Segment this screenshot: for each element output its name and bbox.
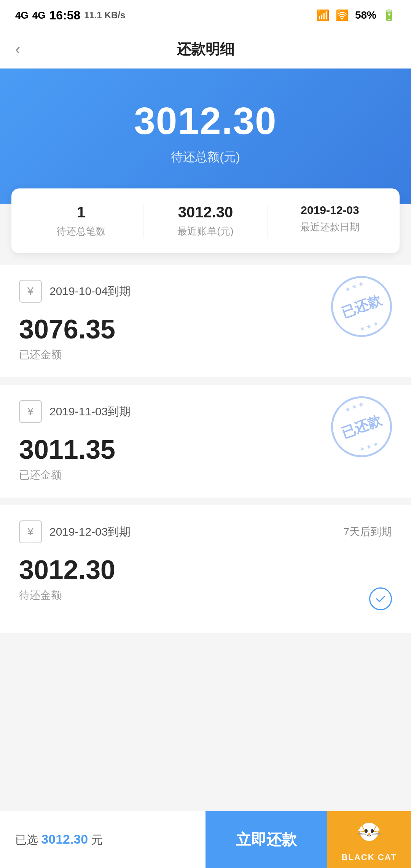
brand-name: BLACK CAT	[342, 852, 397, 862]
item-2-header-left: ¥ 2019-11-03到期	[19, 400, 131, 423]
due-date-label: 最近还款日期	[268, 220, 392, 234]
total-amount: 3012.30	[15, 99, 396, 143]
payment-item-2[interactable]: ¥ 2019-11-03到期 ★ ★ ★ 已还款 ★ ★ ★ 3011.35 已…	[0, 385, 411, 498]
summary-due-date: 2019-12-03 最近还款日期	[268, 204, 392, 238]
selected-label: 已选	[15, 833, 38, 846]
pay-now-button[interactable]: 立即还款	[206, 811, 327, 868]
nav-bar: ‹ 还款明细	[0, 30, 411, 69]
yuan-icon-3: ¥	[19, 520, 42, 543]
status-left: 4G 4G 16:58 11.1 KB/s	[15, 8, 125, 22]
item-3-date: 2019-12-03到期	[49, 524, 131, 540]
signal-4g-1: 4G	[15, 10, 29, 21]
stamp-text-1: 已还款	[339, 292, 384, 321]
item-3-header-left: ¥ 2019-12-03到期	[19, 520, 131, 543]
brand-area: BLACK CAT	[327, 811, 411, 868]
cat-icon	[356, 817, 382, 849]
paid-stamp-1: ★ ★ ★ 已还款 ★ ★ ★	[331, 276, 392, 337]
summary-pending-count: 1 待还总笔数	[19, 204, 143, 238]
item-3-amount-label: 待还金额	[19, 588, 392, 603]
payment-item-1[interactable]: ¥ 2019-10-04到期 ★ ★ ★ 已还款 ★ ★ ★ 3076.35 已…	[0, 265, 411, 377]
payment-item-3[interactable]: ¥ 2019-12-03到期 7天后到期 3012.30 待还金额	[0, 505, 411, 633]
back-button[interactable]: ‹	[15, 41, 20, 58]
item-1-header-left: ¥ 2019-10-04到期	[19, 280, 131, 303]
item-2-date: 2019-11-03到期	[49, 404, 131, 420]
due-date-value: 2019-12-03	[268, 204, 392, 217]
pending-count-value: 1	[19, 204, 143, 221]
summary-card: 1 待还总笔数 3012.30 最近账单(元) 2019-12-03 最近还款日…	[11, 188, 400, 253]
wifi-icon: 🛜	[336, 9, 349, 22]
yuan-icon-1: ¥	[19, 280, 42, 303]
item-1-amount-label: 已还金额	[19, 348, 392, 362]
signal-4g-2: 4G	[32, 10, 46, 21]
item-3-header: ¥ 2019-12-03到期 7天后到期	[19, 520, 392, 543]
svg-point-3	[365, 829, 368, 833]
item-2-amount-label: 已还金额	[19, 468, 392, 482]
svg-point-0	[360, 822, 379, 841]
svg-point-4	[371, 829, 374, 833]
item-3-tag: 7天后到期	[343, 525, 392, 539]
svg-point-5	[368, 833, 370, 835]
stamp-text-2: 已还款	[339, 412, 384, 442]
selected-currency: 元	[91, 833, 103, 846]
select-check-icon[interactable]	[369, 587, 392, 610]
pending-count-label: 待还总笔数	[19, 225, 143, 238]
status-bar: 4G 4G 16:58 11.1 KB/s 📶 🛜 58% 🔋	[0, 0, 411, 30]
total-amount-label: 待还总额(元)	[15, 149, 396, 166]
bottom-selected-info: 已选 3012.30 元	[0, 832, 206, 848]
recent-bill-value: 3012.30	[143, 204, 268, 221]
battery: 58%	[355, 9, 376, 21]
status-right: 📶 🛜 58% 🔋	[316, 9, 396, 22]
page-title: 还款明细	[177, 40, 234, 59]
bluetooth-icon: 📶	[316, 9, 330, 22]
network-speed: 11.1 KB/s	[84, 10, 125, 21]
paid-stamp-2: ★ ★ ★ 已还款 ★ ★ ★	[331, 396, 392, 457]
selected-amount: 3012.30	[41, 832, 88, 846]
yuan-icon-2: ¥	[19, 400, 42, 423]
summary-recent-bill: 3012.30 最近账单(元)	[143, 204, 268, 238]
recent-bill-label: 最近账单(元)	[143, 225, 268, 238]
payment-list: ¥ 2019-10-04到期 ★ ★ ★ 已还款 ★ ★ ★ 3076.35 已…	[0, 265, 411, 717]
item-1-date: 2019-10-04到期	[49, 284, 131, 299]
battery-icon: 🔋	[382, 9, 396, 22]
time: 16:58	[49, 8, 80, 22]
bottom-bar: 已选 3012.30 元 立即还款	[0, 811, 411, 868]
item-3-amount: 3012.30	[19, 555, 392, 585]
hero-section: 3012.30 待还总额(元)	[0, 69, 411, 204]
